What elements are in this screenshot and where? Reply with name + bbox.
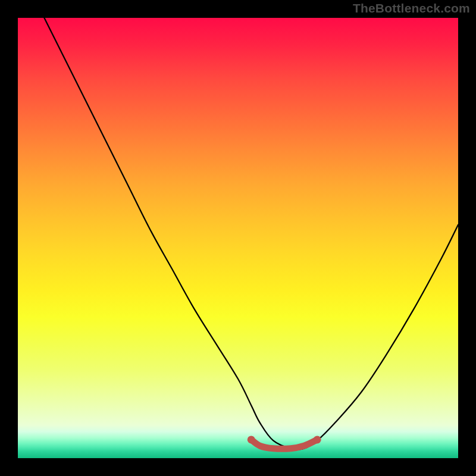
optimal-marker-right-dot bbox=[314, 436, 321, 443]
watermark-text: TheBottleneck.com bbox=[353, 1, 470, 15]
optimal-flat-marker-path bbox=[251, 440, 317, 449]
chart-frame: TheBottleneck.com bbox=[0, 0, 476, 476]
optimal-marker-left-dot bbox=[248, 436, 255, 443]
plot-area bbox=[18, 18, 458, 458]
bottleneck-curve-path bbox=[44, 18, 458, 450]
curve-layer bbox=[18, 18, 458, 458]
